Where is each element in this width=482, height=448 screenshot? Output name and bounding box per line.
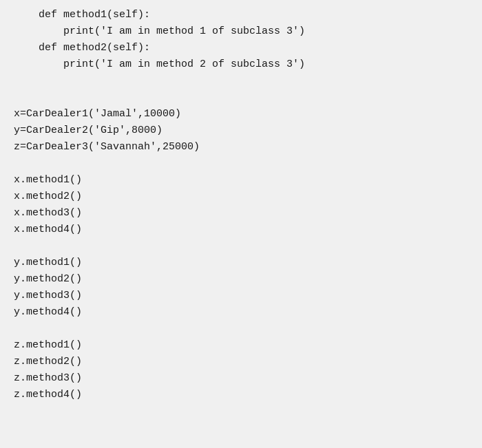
code-line: x.method4(): [14, 222, 468, 238]
code-line: [14, 321, 468, 337]
code-line: [14, 156, 468, 172]
code-container: def method1(self): print('I am in method…: [0, 0, 482, 448]
code-line: x.method3(): [14, 205, 468, 222]
code-line: print('I am in method 1 of subclass 3'): [14, 23, 468, 40]
code-line: x=CarDealer1('Jamal',10000): [14, 106, 468, 122]
code-line: y=CarDealer2('Gip',8000): [14, 122, 468, 139]
code-line: [14, 89, 468, 106]
code-line: z.method1(): [14, 337, 468, 354]
code-line: print('I am in method 2 of subclass 3'): [14, 56, 468, 73]
code-line: x.method2(): [14, 189, 468, 205]
code-line: [14, 73, 468, 89]
code-line: x.method1(): [14, 172, 468, 189]
code-line: y.method2(): [14, 271, 468, 288]
code-line: z.method4(): [14, 387, 468, 403]
code-line: z.method3(): [14, 370, 468, 387]
code-line: z=CarDealer3('Savannah',25000): [14, 139, 468, 156]
code-line: y.method4(): [14, 304, 468, 321]
code-line: def method1(self):: [14, 7, 468, 23]
code-line: y.method1(): [14, 255, 468, 271]
code-line: z.method2(): [14, 354, 468, 370]
code-line: [14, 238, 468, 255]
code-line: def method2(self):: [14, 40, 468, 56]
code-line: y.method3(): [14, 288, 468, 304]
